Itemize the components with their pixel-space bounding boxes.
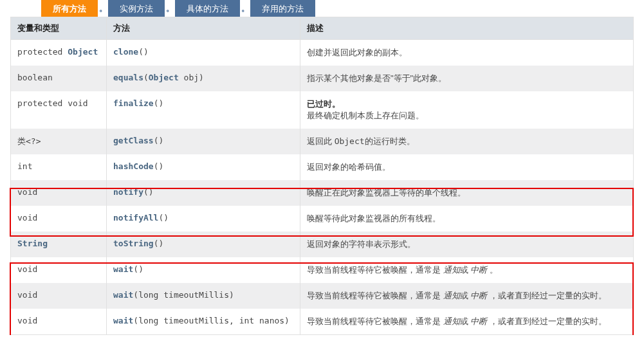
type-link[interactable]: String [17, 239, 48, 248]
cell-method: notifyAll() [107, 206, 300, 232]
cell-desc: 返回对象的字符串表示形式。 [300, 232, 634, 257]
deprecated-label: 已过时。 [307, 99, 340, 109]
method-link[interactable]: hashCode [113, 161, 154, 171]
tab-instance-methods[interactable]: 实例方法 [108, 0, 165, 17]
table-row: boolean equals(Object obj) 指示某个其他对象是否"等于… [11, 66, 634, 91]
table-row: void wait(long timeoutMillis) 导致当前线程等待它被… [11, 283, 634, 309]
table-header-row: 变量和类型 方法 描述 [11, 17, 634, 40]
method-params: () [133, 264, 143, 274]
cell-type: void [11, 309, 107, 335]
method-tabs: 所有方法 。 实例方法 。 具体的方法 。 弃用的方法 [10, 0, 634, 17]
desc-mid: 或 [460, 265, 471, 275]
desc-mid: 或 [460, 291, 471, 300]
paren-open: ( [143, 73, 149, 82]
cell-method: wait() [107, 257, 300, 283]
cell-desc: 导致当前线程等待它被唤醒，通常是 通知或 中断 ，或者直到经过一定量的实时。 [300, 283, 634, 309]
method-link[interactable]: notify [113, 187, 143, 197]
method-params: () [158, 213, 169, 223]
cell-type: void [11, 180, 107, 206]
method-link[interactable]: equals [113, 73, 143, 82]
method-link[interactable]: wait [113, 290, 133, 300]
table-row: int hashCode() 返回对象的哈希码值。 [11, 154, 634, 180]
cell-method: equals(Object obj) [107, 66, 300, 91]
cell-type: int [11, 154, 107, 180]
cell-type: boolean [11, 66, 107, 91]
desc-pre: 导致当前线程等待它被唤醒，通常是 [307, 265, 443, 275]
cell-method: toString() [107, 232, 300, 257]
tab-all-methods[interactable]: 所有方法 [41, 0, 98, 17]
tab-sep: 。 [240, 0, 250, 17]
method-params: () [154, 98, 164, 108]
cell-type: void [11, 283, 107, 309]
method-link[interactable]: toString [113, 239, 154, 248]
tab-sep: 。 [98, 0, 108, 17]
cell-type: void [11, 206, 107, 232]
table-row: void wait() 导致当前线程等待它被唤醒，通常是 通知或 中断 。 [11, 257, 634, 283]
desc-post: ，或者直到经过一定量的实时。 [487, 316, 607, 326]
method-params: () [143, 187, 154, 197]
cell-desc: 创建并返回此对象的副本。 [300, 40, 634, 66]
cell-type: 类<?> [11, 129, 107, 154]
method-link[interactable]: clone [113, 47, 138, 57]
tab-concrete-methods[interactable]: 具体的方法 [175, 0, 240, 17]
cell-desc: 唤醒正在此对象监视器上等待的单个线程。 [300, 180, 634, 206]
method-params: () [154, 136, 164, 145]
cell-method: wait(long timeoutMillis) [107, 283, 300, 309]
cell-desc: 已过时。 最终确定机制本质上存在问题。 [300, 91, 634, 129]
desc-post: ，或者直到经过一定量的实时。 [487, 291, 607, 300]
table-row: void notifyAll() 唤醒等待此对象监视器的所有线程。 [11, 206, 634, 232]
desc-pre: 导致当前线程等待它被唤醒，通常是 [307, 316, 443, 326]
table-row: void notify() 唤醒正在此对象监视器上等待的单个线程。 [11, 180, 634, 206]
tab-deprecated-methods[interactable]: 弃用的方法 [250, 0, 315, 17]
cell-method: notify() [107, 180, 300, 206]
method-params: (long timeoutMillis) [133, 290, 234, 300]
method-link[interactable]: notifyAll [113, 213, 158, 223]
methods-table: 变量和类型 方法 描述 protected Object clone() 创建并… [10, 17, 634, 335]
tab-sep: 。 [165, 0, 175, 17]
cell-desc: 返回此 Object的运行时类。 [300, 129, 634, 154]
header-type: 变量和类型 [11, 17, 107, 40]
cell-method: hashCode() [107, 154, 300, 180]
method-link[interactable]: finalize [113, 98, 154, 108]
method-link[interactable]: wait [113, 316, 133, 325]
desc-i1: 通知 [443, 316, 460, 326]
param-type-link[interactable]: Object [149, 73, 179, 82]
param-rest: obj) [179, 73, 204, 82]
method-link[interactable]: getClass [113, 136, 154, 145]
method-params: () [138, 47, 149, 57]
desc-i1: 通知 [443, 265, 460, 275]
table-row: protected Object clone() 创建并返回此对象的副本。 [11, 40, 634, 66]
type-modifier: protected [17, 47, 68, 57]
type-link[interactable]: Object [68, 47, 98, 57]
desc-i2: 中断 [470, 265, 487, 275]
method-link[interactable]: wait [113, 264, 133, 274]
desc-mid: 或 [460, 316, 471, 326]
cell-type: void [11, 257, 107, 283]
method-params: (long timeoutMillis, int nanos) [133, 316, 290, 325]
cell-method: getClass() [107, 129, 300, 154]
desc-post: 。 [487, 265, 498, 275]
header-desc: 描述 [300, 17, 634, 40]
cell-method: clone() [107, 40, 300, 66]
desc-i2: 中断 [470, 316, 487, 326]
desc-pre: 导致当前线程等待它被唤醒，通常是 [307, 291, 443, 300]
desc-code: Object [335, 136, 365, 146]
page-root: 所有方法 。 实例方法 。 具体的方法 。 弃用的方法 变量和类型 方法 描述 … [0, 0, 644, 335]
cell-desc: 唤醒等待此对象监视器的所有线程。 [300, 206, 634, 232]
cell-desc: 导致当前线程等待它被唤醒，通常是 通知或 中断 ，或者直到经过一定量的实时。 [300, 309, 634, 335]
deprecated-body: 最终确定机制本质上存在问题。 [307, 111, 424, 120]
cell-type: String [11, 232, 107, 257]
method-params: () [154, 161, 164, 171]
cell-method: finalize() [107, 91, 300, 129]
cell-method: wait(long timeoutMillis, int nanos) [107, 309, 300, 335]
table-row: 类<?> getClass() 返回此 Object的运行时类。 [11, 129, 634, 154]
desc-post: 的运行时类。 [365, 136, 415, 146]
desc-pre: 返回此 [307, 136, 335, 146]
cell-desc: 导致当前线程等待它被唤醒，通常是 通知或 中断 。 [300, 257, 634, 283]
cell-type: protected Object [11, 40, 107, 66]
desc-i1: 通知 [443, 291, 460, 300]
table-row: void wait(long timeoutMillis, int nanos)… [11, 309, 634, 335]
cell-desc: 指示某个其他对象是否"等于"此对象。 [300, 66, 634, 91]
cell-desc: 返回对象的哈希码值。 [300, 154, 634, 180]
method-params: () [154, 239, 164, 248]
